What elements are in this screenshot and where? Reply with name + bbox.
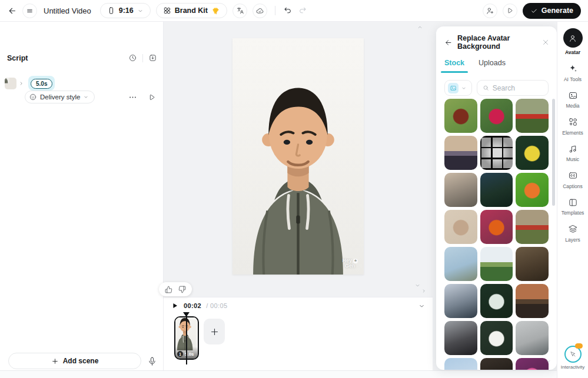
sidebar-item-label: Templates	[562, 210, 584, 216]
scroll-more-icon[interactable]	[545, 358, 552, 364]
preview-play-button[interactable]	[503, 4, 517, 18]
menu-button[interactable]	[22, 4, 37, 18]
collapse-up-icon[interactable]	[417, 24, 423, 31]
timeline-add-scene-button[interactable]	[204, 319, 225, 344]
collapse-down-icon[interactable]	[414, 282, 421, 289]
stock-photo-grid	[444, 99, 549, 370]
media-type-filter-dropdown[interactable]	[444, 80, 472, 96]
stock-photo-tv-tower-grey-sky[interactable]	[516, 321, 549, 355]
segment-more-options-button[interactable]	[128, 93, 137, 102]
divider	[142, 54, 143, 62]
stock-photo-couple-silhouette[interactable]	[444, 321, 477, 355]
sidebar-item-label: Music	[566, 156, 579, 162]
feedback-pill	[159, 282, 192, 296]
stock-photo-torii-gate-mountain[interactable]	[516, 210, 549, 244]
delivery-style-dropdown[interactable]: Delivery style	[25, 91, 95, 103]
playhead-line	[186, 313, 187, 364]
layers-icon	[567, 223, 579, 235]
translate-button[interactable]	[232, 4, 247, 18]
share-invite-button[interactable]	[483, 4, 497, 18]
stock-photo-forest-tree-trunks[interactable]	[516, 247, 549, 281]
stock-photo-desk-phone-scissors[interactable]	[444, 173, 477, 207]
stock-photo-orange-canna-flower[interactable]	[516, 173, 549, 207]
panel-title: Replace Avatar Background	[457, 34, 537, 51]
script-panel-title: Script	[7, 54, 128, 62]
sidebar-item-layers[interactable]: Layers	[557, 223, 588, 243]
thumbs-down-button[interactable]	[178, 286, 186, 293]
stock-photo-red-leaf-on-grass[interactable]	[444, 99, 477, 133]
segment-play-button[interactable]	[147, 93, 156, 102]
stock-photo-birds-on-lamppost[interactable]	[444, 284, 477, 318]
timeline-play-button[interactable]	[171, 302, 179, 310]
sidebar-item-templates[interactable]: Templates	[557, 196, 588, 216]
stock-photo-orange-flower-bouquet[interactable]	[480, 210, 513, 244]
video-title[interactable]: Untitled Video	[44, 6, 91, 15]
thumbs-up-button[interactable]	[165, 286, 172, 293]
history-clock-button[interactable]	[128, 53, 137, 62]
stock-photo-dark-interior[interactable]	[480, 358, 513, 370]
brand-kit-label: Brand Kit	[175, 6, 208, 15]
sidebar-item-interactivity[interactable]: Interactivity	[557, 346, 588, 370]
script-panel: Script 5.0s Delivery style	[0, 22, 164, 370]
templates-icon	[567, 196, 579, 208]
search-input[interactable]	[493, 84, 543, 92]
stock-photo-green-mountains-clouds[interactable]	[480, 247, 513, 281]
elements-icon	[567, 116, 579, 128]
delivery-style-icon	[29, 93, 37, 101]
search-field[interactable]	[477, 80, 549, 96]
sidebar-item-ai-tools[interactable]: AI Tools	[557, 63, 588, 82]
collapse-timeline-icon[interactable]	[418, 302, 426, 310]
stock-photo-city-skyline-dusk[interactable]	[444, 136, 477, 170]
playback-bar: 00:02 / 00:05	[164, 297, 433, 314]
plus-icon	[51, 357, 59, 365]
stock-photo-bare-tree-blue-sky[interactable]	[444, 247, 477, 281]
chevron-right-icon[interactable]	[18, 81, 24, 86]
panel-back-button[interactable]	[444, 38, 453, 47]
segment-duration-pill[interactable]: 5.0s	[31, 79, 52, 89]
stock-photo-red-dahlia-flower[interactable]	[480, 99, 513, 133]
right-sidebar: AvatarAI ToolsMediaElementsMusicCaptions…	[557, 22, 588, 378]
gem-icon	[211, 6, 220, 15]
stock-photo-brain-mri-scans[interactable]	[480, 136, 513, 170]
tab-uploads[interactable]: Uploads	[479, 59, 506, 73]
panel-scrollbar[interactable]	[552, 99, 555, 206]
captions-icon	[567, 170, 579, 182]
generate-button[interactable]: Generate	[523, 3, 581, 19]
aspect-ratio-value: 9:16	[119, 6, 134, 15]
sidebar-item-avatar[interactable]: Avatar	[557, 28, 588, 55]
sidebar-item-captions[interactable]: Captions	[557, 170, 588, 189]
search-icon	[483, 84, 489, 92]
sidebar-item-music[interactable]: Music	[557, 143, 588, 162]
add-scene-button[interactable]: Add scene	[8, 353, 141, 369]
avatar-video-preview[interactable]: Hey+ Gen	[232, 38, 364, 275]
phone-icon	[107, 6, 115, 15]
panel-close-button[interactable]	[542, 38, 550, 46]
sidebar-item-label: AI Tools	[564, 76, 582, 82]
stock-photo-brick-building-courtyard[interactable]	[516, 284, 549, 318]
timeline-section: 00:02 / 00:05 1 5.0s	[164, 297, 433, 370]
undo-button[interactable]	[283, 6, 293, 15]
selected-script-segment[interactable]: 5.0s	[28, 76, 55, 91]
stock-photo-pink-flowers[interactable]	[516, 358, 549, 370]
import-script-button[interactable]	[148, 53, 157, 62]
microphone-button[interactable]	[147, 356, 157, 366]
stock-photo-white-lotus-flower[interactable]	[480, 321, 513, 355]
expand-right-icon[interactable]	[421, 288, 427, 294]
stock-photo-yellow-flower-dark-leaves[interactable]	[516, 136, 549, 170]
redo-button[interactable]	[298, 6, 307, 15]
media-filter-icon	[448, 83, 459, 93]
brand-kit-button[interactable]: Brand Kit	[156, 3, 227, 18]
sidebar-item-elements[interactable]: Elements	[557, 116, 588, 136]
sidebar-item-media[interactable]: Media	[557, 89, 588, 109]
stock-photo-oval-mirror-portrait[interactable]	[444, 210, 477, 244]
stock-photo-branches-blue-sky[interactable]	[444, 358, 477, 370]
back-button[interactable]	[7, 6, 17, 16]
stock-photo-forest-blue-light[interactable]	[480, 173, 513, 207]
stock-photo-torii-gates-garden[interactable]	[516, 99, 549, 133]
aspect-ratio-dropdown[interactable]: 9:16	[100, 3, 151, 18]
tab-stock[interactable]: Stock	[444, 59, 464, 73]
cloud-save-button[interactable]	[253, 4, 267, 18]
stock-photo-waterfall-dark-forest[interactable]	[480, 284, 513, 318]
scene-number-badge: 1	[177, 351, 183, 357]
scene-avatar-thumbnail[interactable]	[5, 78, 16, 89]
